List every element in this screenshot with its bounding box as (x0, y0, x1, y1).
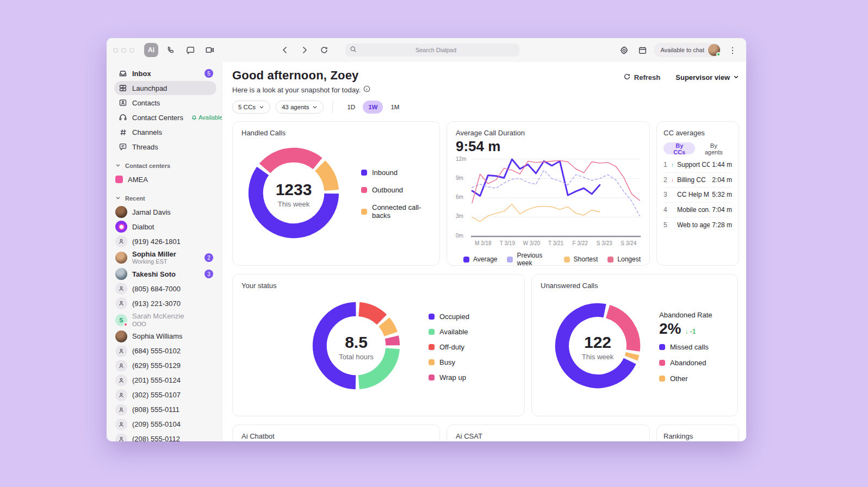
agents-dropdown[interactable]: 43 agents (276, 101, 324, 114)
chat-icon[interactable] (183, 43, 197, 57)
sidebar-item-inbox[interactable]: Inbox 5 (114, 66, 216, 80)
toolbar-center (278, 43, 519, 57)
range-toggle: 1D 1W 1M (342, 101, 405, 114)
legend-label: Other (670, 374, 688, 383)
ai-chatbot-card: Ai Chatbot (232, 424, 440, 441)
refresh-button[interactable]: Refresh (623, 73, 660, 82)
legend-swatch (361, 209, 367, 215)
recent-contact[interactable]: (684) 555-0102 (114, 344, 216, 358)
availability-pill[interactable]: Available to chat (654, 43, 721, 57)
your-status-card: Your status 8.5 Total hours Occupied Ava… (232, 274, 525, 416)
contacts-icon (119, 98, 127, 107)
recent-contact[interactable]: (808) 555-0111 (114, 403, 216, 417)
sidebar-item-contact-centers[interactable]: Contact Centers Available (114, 110, 216, 124)
divider (332, 101, 333, 113)
ccs-dropdown[interactable]: 5 CCs (232, 101, 270, 114)
recent-contact[interactable]: (209) 555-0104 (114, 417, 216, 432)
card-title: Handled Calls (241, 129, 431, 137)
contact-name: (302) 555-0107 (132, 391, 181, 399)
recent-contact[interactable]: (201) 555-0124 (114, 373, 216, 388)
person-icon (115, 345, 127, 357)
contact-name: (919) 426-1801 (132, 238, 181, 246)
sidebar-item-threads[interactable]: Threads (114, 140, 216, 154)
view-label: Supervisor view (675, 73, 730, 82)
range-1d[interactable]: 1D (342, 101, 361, 114)
overflow-menu-icon[interactable]: ⋮ (726, 43, 740, 57)
x-tick: F 3/22 (568, 240, 592, 246)
gear-icon[interactable] (617, 43, 631, 57)
forward-icon[interactable] (297, 43, 312, 57)
legend-label: Busy (439, 358, 455, 366)
recent-contact[interactable]: Sophia Williams (114, 329, 216, 344)
cc-average-row[interactable]: 2 ↓ Billing CC 2:04 m (664, 173, 732, 188)
legend-swatch (429, 314, 435, 320)
cc-average-row[interactable]: 4 Mobile con... 7:04 m (664, 203, 732, 218)
legend-swatch (564, 257, 570, 263)
recent-contact[interactable]: (805) 684-7000 (114, 282, 216, 296)
cc-average-row[interactable]: 5 Web to age... 7:28 m (664, 217, 732, 233)
tab-by-agents[interactable]: By agents (695, 142, 732, 154)
contact-name: (201) 555-0124 (132, 376, 181, 384)
page-title: Good afternoon, Zoey (232, 68, 370, 83)
cc-name: Web to age... (677, 221, 710, 229)
cc-color-swatch (115, 176, 123, 183)
avatar (115, 206, 127, 218)
legend-label: Previous week (517, 252, 554, 267)
your-status-donut: 8.5 Total hours (312, 302, 400, 392)
view-switcher[interactable]: Supervisor view (675, 73, 739, 82)
cards-row-3: Ai Chatbot Ai CSAT 4.8 Rankings (232, 424, 739, 441)
video-icon[interactable] (203, 43, 217, 57)
sidebar-item-contacts[interactable]: Contacts (114, 96, 216, 110)
recent-contact[interactable]: (208) 555-0112 (114, 432, 216, 441)
sidebar-item-channels[interactable]: Channels (114, 125, 216, 139)
x-tick: M 3/18 (471, 240, 495, 246)
abandoned-rate-value: 2% (659, 320, 681, 338)
recent-contact[interactable]: (913) 221-3070 (114, 296, 216, 310)
window-controls[interactable] (113, 48, 134, 53)
cc-average-row[interactable]: 3 CC Help M... 5:32 m (664, 188, 732, 203)
recent-contact[interactable]: S Sarah McKenzie OOO (114, 311, 216, 328)
tab-by-ccs[interactable]: By CCs (664, 142, 695, 154)
recent-contact[interactable]: Jamal Davis (114, 205, 216, 219)
search-input[interactable] (357, 47, 515, 53)
ai-csat-card: Ai CSAT 4.8 (447, 424, 650, 441)
range-1w[interactable]: 1W (363, 101, 383, 114)
section-label: Recent (125, 195, 145, 202)
info-icon[interactable] (363, 85, 370, 94)
delta-value: -1 (690, 328, 696, 335)
sidebar-item-launchpad[interactable]: Launchpad (114, 81, 216, 95)
recent-contact[interactable]: Sophia Miller Working EST 2 (114, 249, 216, 266)
legend-label: Connected call-backs (372, 203, 431, 220)
recent-section-header[interactable]: Recent (115, 195, 216, 202)
x-axis-labels: M 3/18 T 3/19 W 3/20 T 3/21 F 3/22 S 3/2… (471, 240, 641, 246)
recent-contact-dialbot[interactable]: Dialbot (114, 220, 216, 234)
page-subtitle: Here is a look at your snapshot for toda… (232, 86, 361, 94)
person-icon (115, 404, 127, 416)
cc-average-row[interactable]: 1 ↑ Support CC 1:44 m (664, 158, 732, 173)
sidebar-item-label: Threads (132, 143, 158, 151)
person-icon (115, 419, 127, 430)
contact-center-amea[interactable]: AMEA (114, 172, 216, 186)
reload-icon[interactable] (317, 43, 331, 57)
recent-contact[interactable]: Takeshi Soto 3 (114, 267, 216, 281)
recent-contact[interactable]: (919) 426-1801 (114, 234, 216, 248)
sidebar-item-label: Contact Centers (132, 114, 183, 122)
headset-icon (119, 113, 127, 122)
ooo-status-dot (123, 322, 128, 327)
rank: 2 (664, 176, 671, 184)
abandoned-rate-block: Abandoned Rate 2% ↓ -1 (659, 311, 712, 338)
calls-icon[interactable] (164, 43, 178, 57)
cc-averages-card: CC averages By CCs By agents 1 ↑ Support… (656, 121, 739, 266)
avatar (115, 268, 127, 280)
x-tick: T 3/21 (544, 240, 568, 246)
main-header: Good afternoon, Zoey Here is a look at y… (232, 68, 739, 94)
recent-contact[interactable]: (629) 555-0129 (114, 359, 216, 373)
sidebar-item-label: Launchpad (132, 84, 167, 92)
recent-contact[interactable]: (302) 555-0107 (114, 388, 216, 402)
card-title: Rankings (664, 432, 732, 440)
search-icon (350, 45, 357, 55)
contact-centers-section-header[interactable]: Contact centers (115, 163, 216, 169)
calendar-icon[interactable] (635, 43, 649, 57)
back-icon[interactable] (278, 43, 292, 57)
range-1m[interactable]: 1M (385, 101, 405, 114)
